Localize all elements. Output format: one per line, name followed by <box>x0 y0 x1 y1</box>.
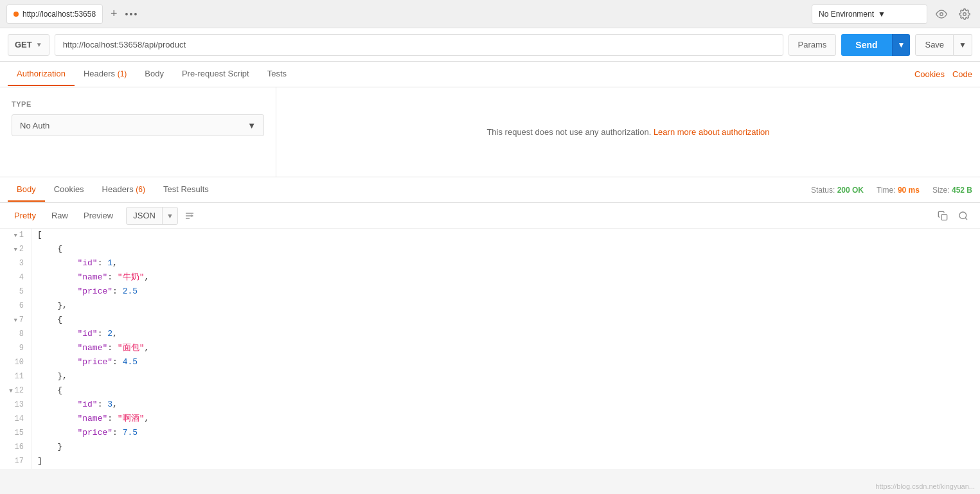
eye-button[interactable] <box>932 5 950 23</box>
env-label: No Environment <box>819 10 874 19</box>
auth-left-panel: TYPE No Auth ▼ <box>0 87 276 177</box>
format-chevron-icon[interactable]: ▼ <box>162 207 177 224</box>
pretty-button[interactable]: Pretty <box>8 208 42 223</box>
code-content: "id": 1, <box>32 257 123 271</box>
code-content: "id": 3, <box>32 398 123 412</box>
code-line: 6 }, <box>0 299 980 313</box>
request-tabs: Authorization Headers (1) Body Pre-reque… <box>0 62 980 87</box>
code-line: 8 "id": 2, <box>0 328 980 342</box>
size-label: Size: 452 B <box>932 186 972 195</box>
resp-tab-headers[interactable]: Headers (6) <box>93 178 154 202</box>
time-value: 90 ms <box>898 186 920 195</box>
raw-button[interactable]: Raw <box>45 208 75 223</box>
resp-tab-body-label: Body <box>17 184 36 194</box>
cookies-link[interactable]: Cookies <box>914 69 945 79</box>
save-dropdown-button[interactable]: ▼ <box>954 34 972 56</box>
tab-authorization-label: Authorization <box>17 69 66 78</box>
tab-authorization[interactable]: Authorization <box>8 62 75 86</box>
size-value: 452 B <box>952 186 972 195</box>
copy-button[interactable] <box>934 207 952 225</box>
code-content: { <box>32 313 67 328</box>
auth-learn-link[interactable]: Learn more about authorization <box>654 127 770 137</box>
collapse-arrow-icon[interactable]: ▼ <box>9 387 12 396</box>
code-line: 15 "price": 7.5 <box>0 427 980 441</box>
collapse-arrow-icon[interactable]: ▼ <box>13 245 17 254</box>
tab-label: http://localhost:53658 <box>22 10 96 19</box>
url-bar: GET ▼ Params Send ▼ Save ▼ <box>0 28 980 62</box>
resp-tab-testresults[interactable]: Test Results <box>154 178 218 202</box>
tab-headers-label: Headers <box>84 69 118 78</box>
send-button[interactable]: Send <box>841 34 891 56</box>
svg-point-6 <box>959 212 967 219</box>
tab-dot <box>13 12 19 17</box>
save-button[interactable]: Save <box>915 34 954 56</box>
resp-tab-cookies-label: Cookies <box>54 184 84 194</box>
wrap-button[interactable] <box>181 207 199 225</box>
environment-selector[interactable]: No Environment ▼ <box>812 4 927 24</box>
code-content: ] <box>32 455 48 469</box>
code-link[interactable]: Code <box>952 69 972 79</box>
code-content: [ <box>32 229 48 243</box>
auth-type-select[interactable]: No Auth ▼ <box>12 114 264 136</box>
tab-body-label: Body <box>145 69 164 78</box>
code-line: ▼7 { <box>0 313 980 328</box>
settings-button[interactable] <box>956 5 974 23</box>
tab-headers[interactable]: Headers (1) <box>75 62 136 86</box>
preview-button[interactable]: Preview <box>77 208 120 223</box>
code-line: 16 } <box>0 441 980 455</box>
svg-point-1 <box>963 12 967 15</box>
code-line: ▼1[ <box>0 229 980 243</box>
code-line: 4 "name": "牛奶", <box>0 271 980 285</box>
params-button[interactable]: Params <box>788 34 837 56</box>
auth-info-text: This request does not use any authorizat… <box>486 127 651 137</box>
more-options-button[interactable]: ••• <box>125 9 139 19</box>
code-content: "name": "面包", <box>32 342 154 356</box>
search-button[interactable] <box>954 207 972 225</box>
resp-tab-body[interactable]: Body <box>8 178 45 202</box>
collapse-arrow-icon[interactable]: ▼ <box>13 231 17 240</box>
collapse-arrow-icon[interactable]: ▼ <box>13 316 17 325</box>
send-button-group: Send ▼ <box>841 34 910 56</box>
tab-body[interactable]: Body <box>136 62 173 86</box>
format-select-group[interactable]: JSON ▼ <box>126 207 178 225</box>
code-line: 17] <box>0 455 980 469</box>
code-content: }, <box>32 370 73 384</box>
method-chevron-icon: ▼ <box>36 41 42 48</box>
code-content: "name": "啊酒", <box>32 412 154 427</box>
code-line: 10 "price": 4.5 <box>0 356 980 370</box>
headers-badge: (1) <box>118 69 127 78</box>
send-dropdown-button[interactable]: ▼ <box>892 34 911 56</box>
code-line: ▼12 { <box>0 384 980 398</box>
code-content: { <box>32 384 67 398</box>
active-tab[interactable]: http://localhost:53658 <box>6 4 103 24</box>
response-tabs-bar: Body Cookies Headers (6) Test Results St… <box>0 177 980 203</box>
auth-type-label: TYPE <box>12 100 264 108</box>
format-select-value: JSON <box>127 211 162 220</box>
tab-tests[interactable]: Tests <box>258 62 296 86</box>
code-content: "name": "牛奶", <box>32 271 154 285</box>
response-status: Status: 200 OK Time: 90 ms Size: 452 B <box>811 186 972 195</box>
code-line: ▼2 { <box>0 243 980 257</box>
svg-line-7 <box>965 218 967 220</box>
auth-chevron-icon: ▼ <box>247 121 256 130</box>
resp-headers-badge: (6) <box>136 185 145 194</box>
code-line: 11 }, <box>0 370 980 384</box>
new-tab-button[interactable]: + <box>108 7 120 21</box>
top-bar: http://localhost:53658 + ••• No Environm… <box>0 0 980 28</box>
tab-prerequest[interactable]: Pre-request Script <box>173 62 258 86</box>
url-input[interactable] <box>55 34 783 56</box>
format-bar: Pretty Raw Preview JSON ▼ <box>0 203 980 229</box>
resp-tab-cookies[interactable]: Cookies <box>45 178 93 202</box>
code-content: "price": 2.5 <box>32 285 143 299</box>
code-content: } <box>32 441 67 455</box>
resp-tab-testresults-label: Test Results <box>163 184 209 194</box>
auth-right-panel: This request does not use any authorizat… <box>276 87 980 177</box>
code-line: 13 "id": 3, <box>0 398 980 412</box>
status-label: Status: 200 OK <box>811 186 864 195</box>
response-code-area: ▼1[▼2 {3 "id": 1,4 "name": "牛奶",5 "price… <box>0 229 980 469</box>
save-button-group: Save ▼ <box>915 34 972 56</box>
code-content: "price": 7.5 <box>32 427 143 441</box>
code-line: 9 "name": "面包", <box>0 342 980 356</box>
method-select[interactable]: GET ▼ <box>8 34 49 56</box>
auth-type-value: No Auth <box>20 121 49 130</box>
